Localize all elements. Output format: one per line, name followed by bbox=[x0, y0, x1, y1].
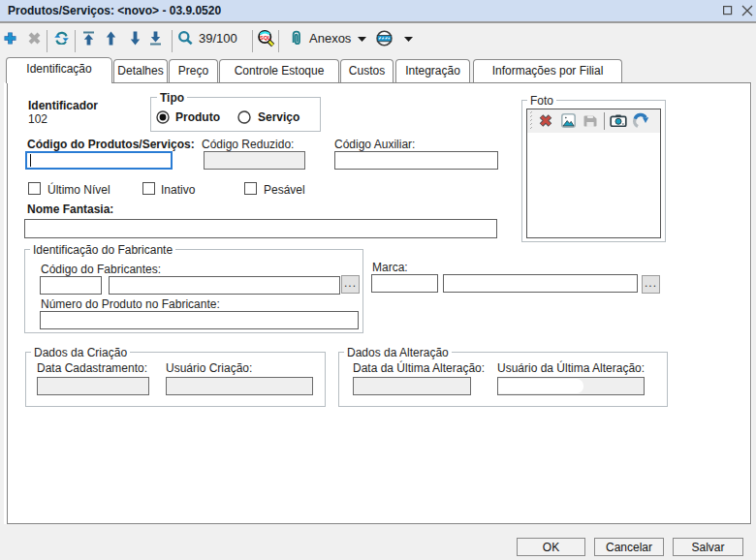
svg-text:SQL: SQL bbox=[260, 35, 271, 41]
